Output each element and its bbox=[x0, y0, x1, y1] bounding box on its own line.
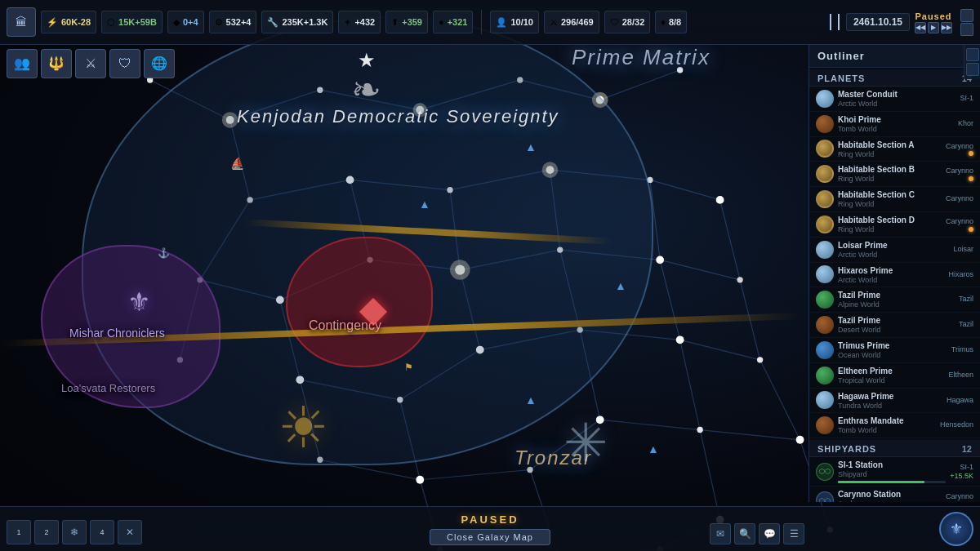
outliner-filter[interactable] bbox=[966, 63, 979, 76]
planet-info-8: Hixaros Prime Arctic World bbox=[838, 265, 944, 285]
map-ship-5[interactable]: ▲ bbox=[615, 279, 626, 292]
planet-icon-5 bbox=[816, 190, 834, 208]
toolbar-btn-5[interactable]: 🌐 bbox=[144, 49, 175, 78]
bottom-btn-snowflake[interactable]: ❄ bbox=[62, 520, 87, 544]
planet-item-4[interactable]: Habitable Section B Ring World Carynno bbox=[809, 162, 980, 187]
settings-btn[interactable] bbox=[960, 23, 973, 36]
snowflake-symbol: ✳ bbox=[564, 412, 608, 473]
close-galaxy-map-button[interactable]: Close Galaxy Map bbox=[430, 529, 550, 545]
shipyard-subtitle-1: Shipyard bbox=[838, 470, 946, 479]
trade-resource[interactable]: ● +321 bbox=[433, 11, 473, 33]
planet-item-7[interactable]: Loisar Prime Arctic World Loisar bbox=[809, 238, 980, 263]
minerals-value: 15K+59B bbox=[118, 17, 157, 27]
planet-info-2: Khoi Prime Tomb World bbox=[838, 114, 954, 134]
unity-resource[interactable]: ✦ +432 bbox=[338, 11, 381, 33]
planet-subtitle-9: Alpine World bbox=[838, 300, 955, 309]
planet-location-3: Carynno bbox=[946, 142, 973, 152]
play-btn[interactable]: ▶ bbox=[928, 22, 939, 33]
top-bar: 🏛 ⚡ 60K-28 ⬡ 15K+59B ◆ 0+4 ⚙ 532+4 🔧 235… bbox=[0, 0, 980, 45]
pops-value: 10/10 bbox=[510, 17, 533, 27]
research-value: +359 bbox=[402, 17, 422, 27]
planet-icon-14 bbox=[816, 416, 834, 434]
shipyard-item-1[interactable]: ⬡⬡ SI-1 Station Shipyard SI-1 +15.5K bbox=[809, 457, 980, 487]
planet-item-10[interactable]: Tazil Prime Desert World Tazil bbox=[809, 313, 980, 338]
svg-line-23 bbox=[660, 260, 740, 279]
planet-location-5: Carynno bbox=[946, 194, 973, 204]
planet-info-6: Habitable Section D Ring World bbox=[838, 215, 942, 234]
fleet-resource[interactable]: ⚔ 296/469 bbox=[544, 11, 599, 33]
planets-section-header[interactable]: Planets 14 bbox=[809, 69, 980, 87]
planet-subtitle-13: Tundra World bbox=[838, 402, 942, 411]
planet-item-2[interactable]: Khoi Prime Tomb World Khor bbox=[809, 112, 980, 137]
shipyards-section-header[interactable]: Shipyards 12 bbox=[809, 440, 980, 457]
territory-contingency bbox=[286, 237, 433, 367]
planet-item-3[interactable]: Habitable Section A Ring World Carynno bbox=[809, 137, 980, 162]
date-value: 2461.10.15 bbox=[853, 16, 902, 28]
planet-item-11[interactable]: Trimus Prime Ocean World Trimus bbox=[809, 338, 980, 363]
toolbar-btn-4[interactable]: 🛡 bbox=[109, 49, 140, 78]
outliner-panel: Outliner Planets 14 Master Conduit Arcti… bbox=[808, 45, 980, 502]
consumer-resource[interactable]: 🔧 235K+1.3K bbox=[261, 11, 333, 33]
sun-symbol: ☀ bbox=[278, 394, 329, 461]
svg-point-80 bbox=[416, 476, 424, 484]
ffwd-btn[interactable]: ▶▶ bbox=[941, 22, 952, 33]
rewind-btn[interactable]: ◀◀ bbox=[915, 22, 926, 33]
territory-mishar bbox=[41, 245, 220, 408]
map-ship-1[interactable]: ⛵ bbox=[230, 157, 244, 170]
planet-item-13[interactable]: Hagawa Prime Tundra World Hagawa bbox=[809, 389, 980, 414]
outliner-header: Outliner bbox=[809, 45, 980, 68]
map-ship-4[interactable]: ▲ bbox=[525, 393, 537, 407]
sectors-resource[interactable]: ♦ 8/8 bbox=[655, 11, 687, 33]
planet-item-14[interactable]: Enthras Mandate Tomb World Hensedon bbox=[809, 413, 980, 438]
planet-item-5[interactable]: Habitable Section C Ring World Carynno bbox=[809, 187, 980, 212]
toolbar-btn-3[interactable]: ⚔ bbox=[75, 49, 106, 78]
shipyard-item-2[interactable]: ⬡⬡ Carynno Station Anchorage Carynno +4.… bbox=[809, 487, 980, 502]
menu-icon[interactable]: ☰ bbox=[783, 523, 804, 544]
bottom-left-controls: 1 2 ❄ 4 ✕ bbox=[7, 520, 142, 544]
planet-item-1[interactable]: Master Conduit Arctic World SI-1 bbox=[809, 87, 980, 112]
bottom-btn-close[interactable]: ✕ bbox=[118, 520, 142, 544]
alloys-resource[interactable]: ⚙ 532+4 bbox=[209, 11, 257, 33]
pause-controls bbox=[828, 14, 841, 30]
planet-name-1: Master Conduit bbox=[838, 89, 956, 100]
chat-icon[interactable]: 💬 bbox=[759, 523, 780, 544]
msg-icon[interactable]: ✉ bbox=[710, 523, 731, 544]
search-icon[interactable]: 🔍 bbox=[734, 523, 755, 544]
planet-location-1: SI-1 bbox=[960, 94, 973, 104]
planets-section-label: Planets bbox=[817, 73, 865, 83]
pops-icon: 👤 bbox=[496, 17, 507, 28]
toolbar-btn-1[interactable]: 👥 bbox=[7, 49, 38, 78]
naval-resource[interactable]: 🛡 28/32 bbox=[604, 11, 651, 33]
influence-resource[interactable]: ◆ 0+4 bbox=[167, 11, 204, 33]
energy-resource[interactable]: ⚡ 60K-28 bbox=[41, 11, 96, 33]
empire-emblem[interactable]: ⚜ bbox=[939, 512, 973, 546]
planet-item-12[interactable]: Eltheen Prime Tropical World Eltheen bbox=[809, 363, 980, 389]
bottom-btn-1[interactable]: 1 bbox=[7, 520, 31, 544]
influence-value: 0+4 bbox=[183, 17, 198, 27]
research-resource[interactable]: ⬆ +359 bbox=[385, 11, 428, 33]
pops-resource[interactable]: 👤 10/10 bbox=[490, 11, 539, 33]
planet-item-6[interactable]: Habitable Section D Ring World Carynno bbox=[809, 212, 980, 238]
map-fleet-1[interactable]: ⚓ bbox=[158, 247, 170, 259]
alloys-icon: ⚙ bbox=[215, 17, 223, 28]
toolbar-btn-2[interactable]: 🔱 bbox=[41, 49, 72, 78]
map-toggle[interactable] bbox=[960, 9, 973, 22]
bottom-btn-4[interactable]: 4 bbox=[90, 520, 114, 544]
svg-point-77 bbox=[676, 335, 684, 344]
minerals-resource[interactable]: ⬡ 15K+59B bbox=[101, 11, 163, 33]
map-ship-6[interactable]: ▲ bbox=[648, 442, 659, 455]
planet-item-9[interactable]: Tazil Prime Alpine World Tazil bbox=[809, 287, 980, 313]
planet-alert-6 bbox=[969, 227, 973, 232]
outliner-toggle[interactable] bbox=[966, 48, 979, 61]
pause-bar-2[interactable] bbox=[838, 14, 840, 30]
map-fleet-2[interactable]: ⚑ bbox=[404, 362, 413, 373]
planet-location-7: Loisar bbox=[953, 245, 973, 255]
map-ship-3[interactable]: ▲ bbox=[525, 140, 537, 153]
pause-bar-1[interactable] bbox=[830, 14, 831, 30]
planet-item-8[interactable]: Hixaros Prime Arctic World Hixaros bbox=[809, 263, 980, 288]
map-ship-2[interactable]: ▲ bbox=[419, 198, 430, 211]
empire-button[interactable]: 🏛 bbox=[7, 7, 36, 37]
svg-line-11 bbox=[650, 180, 720, 199]
planet-name-10: Tazil Prime bbox=[838, 315, 955, 326]
bottom-btn-2[interactable]: 2 bbox=[34, 520, 59, 544]
